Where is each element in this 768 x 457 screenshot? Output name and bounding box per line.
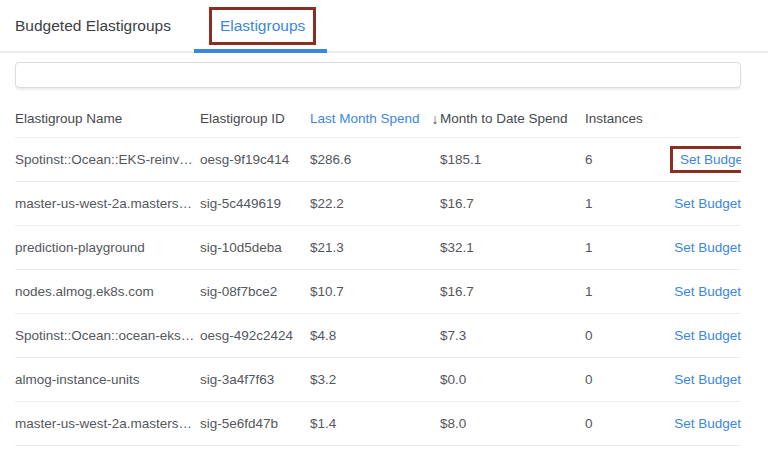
instances-count: 6: [585, 152, 670, 167]
table-row: nodes.almog.ek8s.com sig-08f7bce2 $10.7 …: [15, 270, 741, 314]
instances-count: 0: [585, 372, 670, 387]
active-tab-underline: [194, 49, 327, 53]
table-row: Spotinst::Ocean::EKS-reinv… oesg-9f19c41…: [15, 138, 741, 182]
actions-cell: Set Budget: [670, 240, 741, 255]
last-month-spend: $3.2: [310, 372, 440, 387]
elastigroup-id: oesg-492c2424: [200, 328, 310, 343]
table-row: almog-instance-units sig-3a4f7f63 $3.2 $…: [15, 358, 741, 402]
sort-desc-arrow-icon[interactable]: ↓: [432, 111, 439, 127]
header-last-month-spend-label: Last Month Spend: [310, 111, 420, 126]
set-budget-link[interactable]: Set Budget: [674, 284, 741, 299]
instances-count: 0: [585, 416, 670, 431]
elastigroup-name: almog-instance-units: [15, 372, 200, 387]
tabs-bar: Budgeted Elastigroups Elastigroups: [0, 0, 768, 53]
last-month-spend: $286.6: [310, 152, 440, 167]
month-to-date-spend: $7.3: [440, 328, 585, 343]
header-month-to-date-spend[interactable]: Month to Date Spend: [440, 111, 585, 126]
header-elastigroup-id: Elastigroup ID: [200, 111, 310, 126]
elastigroup-id: sig-5e6fd47b: [200, 416, 310, 431]
actions-cell: Set Budget: [670, 146, 741, 173]
elastigroup-id: sig-10d5deba: [200, 240, 310, 255]
header-instances: Instances: [585, 111, 670, 126]
last-month-spend: $10.7: [310, 284, 440, 299]
actions-cell: Set Budget: [670, 196, 741, 211]
set-budget-link[interactable]: Set Budget: [674, 240, 741, 255]
actions-cell: Set Budget: [670, 372, 741, 387]
set-budget-link[interactable]: Set Budget: [674, 416, 741, 431]
filter-input[interactable]: [15, 62, 741, 88]
elastigroup-id: oesg-9f19c414: [200, 152, 310, 167]
tab-elastigroups[interactable]: Elastigroups: [209, 7, 316, 45]
header-elastigroup-name: Elastigroup Name: [15, 111, 200, 126]
set-budget-link[interactable]: Set Budget: [674, 328, 741, 343]
elastigroup-name: Spotinst::Ocean::ocean-eks…: [15, 328, 200, 343]
tab-budgeted-elastigroups[interactable]: Budgeted Elastigroups: [15, 17, 171, 35]
last-month-spend: $4.8: [310, 328, 440, 343]
actions-cell: Set Budget: [670, 416, 741, 431]
elastigroups-table: Elastigroup Name Elastigroup ID Last Mon…: [15, 100, 741, 446]
instances-count: 0: [585, 328, 670, 343]
last-month-spend: $21.3: [310, 240, 440, 255]
elastigroup-name: master-us-west-2a.masters…: [15, 196, 200, 211]
elastigroup-name: master-us-west-2a.masters…: [15, 416, 200, 431]
month-to-date-spend: $16.7: [440, 284, 585, 299]
table-header-row: Elastigroup Name Elastigroup ID Last Mon…: [15, 100, 741, 138]
table-row: prediction-playground sig-10d5deba $21.3…: [15, 226, 741, 270]
last-month-spend: $22.2: [310, 196, 440, 211]
month-to-date-spend: $0.0: [440, 372, 585, 387]
month-to-date-spend: $8.0: [440, 416, 585, 431]
month-to-date-spend: $185.1: [440, 152, 585, 167]
header-last-month-spend[interactable]: Last Month Spend ↓: [310, 111, 440, 127]
table-row: master-us-west-2a.masters… sig-5e6fd47b …: [15, 402, 741, 446]
elastigroup-name: Spotinst::Ocean::EKS-reinv…: [15, 152, 200, 167]
table-row: Spotinst::Ocean::ocean-eks… oesg-492c242…: [15, 314, 741, 358]
elastigroup-name: nodes.almog.ek8s.com: [15, 284, 200, 299]
month-to-date-spend: $16.7: [440, 196, 585, 211]
last-month-spend: $1.4: [310, 416, 440, 431]
annotation-box: Set Budget: [670, 146, 741, 173]
set-budget-link[interactable]: Set Budget: [680, 152, 741, 167]
elastigroup-id: sig-08f7bce2: [200, 284, 310, 299]
month-to-date-spend: $32.1: [440, 240, 585, 255]
actions-cell: Set Budget: [670, 284, 741, 299]
instances-count: 1: [585, 284, 670, 299]
set-budget-link[interactable]: Set Budget: [674, 372, 741, 387]
elastigroup-id: sig-3a4f7f63: [200, 372, 310, 387]
actions-cell: Set Budget: [670, 328, 741, 343]
elastigroup-name: prediction-playground: [15, 240, 200, 255]
table-row: master-us-west-2a.masters… sig-5c449619 …: [15, 182, 741, 226]
instances-count: 1: [585, 240, 670, 255]
set-budget-link[interactable]: Set Budget: [674, 196, 741, 211]
elastigroup-id: sig-5c449619: [200, 196, 310, 211]
instances-count: 1: [585, 196, 670, 211]
